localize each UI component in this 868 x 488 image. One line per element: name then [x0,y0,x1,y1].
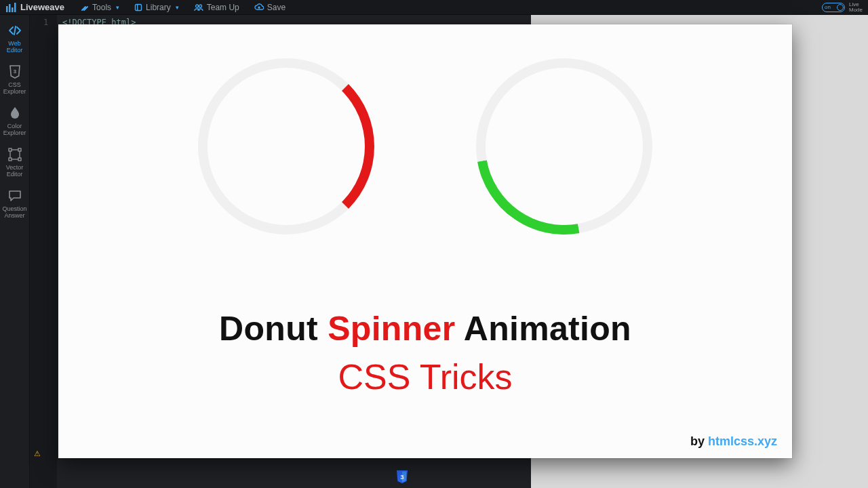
svg-rect-1 [9,4,11,12]
toggle-switch[interactable]: on [822,3,845,12]
toggle-knob [837,4,844,11]
menu-team[interactable]: Team Up [194,3,239,12]
css3-badge-icon: 3 [396,470,408,484]
svg-rect-3 [14,3,16,12]
sidebar-item-web-editor[interactable]: WebEditor [0,19,30,59]
card-byline: by htmlcss.xyz [690,434,777,449]
drop-icon [7,106,22,121]
svg-text:3: 3 [400,474,403,481]
brand-name: Liveweave [20,2,64,12]
warning-icon[interactable]: ⚠ [34,449,41,458]
editor-gutter [30,15,57,488]
toggle-on-label: on [825,3,831,12]
sidebar-item-color-explorer[interactable]: ColorExplorer [0,102,30,142]
donut-spinner-red [198,58,374,235]
brand-logo-icon [5,3,16,12]
svg-rect-12 [9,158,12,161]
team-icon [194,3,203,12]
content-card: Donut Spinner Animation CSS Tricks by ht… [58,24,792,458]
top-menu-bar: Liveweave Tools ▾ Library ▾ Team Up [0,0,868,15]
chevron-down-icon: ▾ [176,4,179,11]
svg-rect-11 [18,148,21,151]
live-mode-label: Live Mode [849,2,863,13]
chat-icon [7,188,22,203]
top-menu: Tools ▾ Library ▾ Team Up Save [81,3,285,12]
brand: Liveweave [5,2,64,12]
svg-rect-0 [6,6,8,12]
svg-point-7 [199,5,201,7]
donut-spinner-green [441,24,687,269]
svg-point-6 [195,5,198,7]
menu-save[interactable]: Save [254,3,285,12]
tools-icon [81,3,89,12]
svg-text:3: 3 [13,68,16,75]
chevron-down-icon: ▾ [116,4,119,11]
vector-icon [7,147,22,162]
menu-team-label: Team Up [207,3,239,12]
menu-tools-label: Tools [92,3,111,12]
byline-site: htmlcss.xyz [708,434,777,448]
sidebar-item-css-explorer[interactable]: 3 CSSExplorer [0,60,30,100]
css-shield-icon: 3 [7,64,22,79]
sidebar-item-question-answer[interactable]: QuestionAnswer [0,184,30,224]
menu-tools[interactable]: Tools ▾ [81,3,119,12]
left-toolbar: WebEditor 3 CSSExplorer ColorExplorer Ve… [0,15,30,488]
library-icon [134,3,142,12]
svg-rect-13 [18,158,21,161]
menu-save-label: Save [267,3,285,12]
sidebar-item-vector-editor[interactable]: VectorEditor [0,143,30,183]
svg-rect-2 [12,7,14,12]
live-mode-toggle[interactable]: on Live Mode [822,2,863,13]
menu-library-label: Library [146,3,171,12]
svg-rect-4 [136,4,142,10]
code-icon [7,23,22,38]
cloud-save-icon [254,3,264,12]
menu-library[interactable]: Library ▾ [134,3,179,12]
spinners-row [58,58,792,235]
card-subtitle: CSS Tricks [58,357,792,397]
card-title: Donut Spinner Animation [58,309,792,348]
line-number: 1 [43,18,48,27]
svg-rect-10 [9,148,12,151]
svg-rect-5 [137,4,138,10]
